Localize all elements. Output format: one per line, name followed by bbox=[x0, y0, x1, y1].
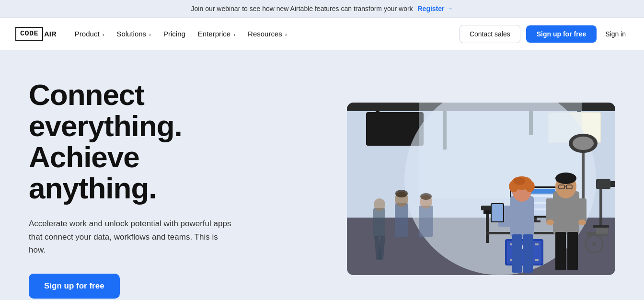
hero-image bbox=[347, 103, 615, 275]
enterprise-chevron-icon: › bbox=[233, 32, 235, 37]
hero-image-area bbox=[235, 103, 615, 275]
hero-signup-button[interactable]: Sign up for free bbox=[29, 274, 120, 299]
announcement-text: Join our webinar to see how new Airtable… bbox=[191, 5, 413, 12]
hero-subtitle: Accelerate work and unlock potential wit… bbox=[29, 217, 235, 256]
svg-rect-18 bbox=[486, 214, 489, 243]
svg-rect-74 bbox=[593, 225, 609, 228]
svg-rect-60 bbox=[523, 234, 533, 273]
svg-point-54 bbox=[525, 181, 535, 192]
navbar: CODE AIR Product › Solutions › Pricing E… bbox=[0, 18, 644, 50]
svg-rect-44 bbox=[546, 198, 554, 222]
nav-signup-button[interactable]: Sign up for free bbox=[526, 25, 597, 43]
nav-links: Product › Solutions › Pricing Enterprice… bbox=[70, 26, 460, 42]
hero-section: Connect everything. Achieve anything. Ac… bbox=[0, 50, 644, 300]
product-chevron-icon: › bbox=[103, 32, 104, 37]
svg-rect-72 bbox=[610, 181, 615, 187]
logo-code: CODE bbox=[15, 27, 43, 41]
svg-point-63 bbox=[395, 190, 408, 197]
solutions-chevron-icon: › bbox=[149, 32, 151, 37]
logo-air: AIR bbox=[44, 30, 57, 38]
svg-rect-48 bbox=[555, 232, 566, 270]
announcement-bar: Join our webinar to see how new Airtable… bbox=[0, 0, 644, 18]
svg-rect-59 bbox=[512, 234, 522, 273]
nav-product[interactable]: Product › bbox=[70, 26, 109, 42]
hero-title: Connect everything. Achieve anything. bbox=[29, 79, 235, 204]
svg-rect-75 bbox=[373, 208, 385, 237]
svg-rect-45 bbox=[578, 198, 586, 222]
contact-sales-button[interactable]: Contact sales bbox=[460, 25, 520, 43]
svg-rect-64 bbox=[419, 206, 433, 237]
svg-point-47 bbox=[578, 219, 586, 225]
resources-chevron-icon: › bbox=[285, 32, 287, 37]
hero-content: Connect everything. Achieve anything. Ac… bbox=[29, 79, 235, 299]
svg-point-15 bbox=[573, 137, 594, 150]
signin-button[interactable]: Sign in bbox=[602, 25, 629, 43]
svg-point-55 bbox=[514, 177, 525, 185]
svg-point-40 bbox=[555, 173, 576, 184]
nav-enterprise[interactable]: Enterprice › bbox=[193, 26, 240, 42]
nav-resources[interactable]: Resources › bbox=[243, 26, 292, 42]
svg-rect-73 bbox=[599, 189, 602, 227]
logo[interactable]: CODE AIR bbox=[15, 27, 57, 41]
svg-point-46 bbox=[546, 219, 554, 225]
nav-actions: Contact sales Sign up for free Sign in bbox=[460, 25, 629, 43]
svg-point-69 bbox=[592, 242, 596, 246]
svg-point-66 bbox=[420, 193, 432, 200]
svg-point-76 bbox=[374, 198, 385, 211]
svg-rect-71 bbox=[596, 179, 610, 189]
announcement-link[interactable]: Register → bbox=[417, 5, 453, 12]
svg-rect-50 bbox=[510, 196, 534, 237]
svg-rect-49 bbox=[567, 232, 578, 270]
hero-scene-svg bbox=[347, 103, 615, 275]
svg-rect-58 bbox=[492, 204, 503, 221]
svg-rect-61 bbox=[395, 203, 408, 237]
nav-pricing[interactable]: Pricing bbox=[159, 26, 190, 42]
svg-rect-35 bbox=[535, 243, 539, 245]
nav-solutions[interactable]: Solutions › bbox=[112, 26, 156, 42]
svg-rect-37 bbox=[535, 259, 539, 261]
